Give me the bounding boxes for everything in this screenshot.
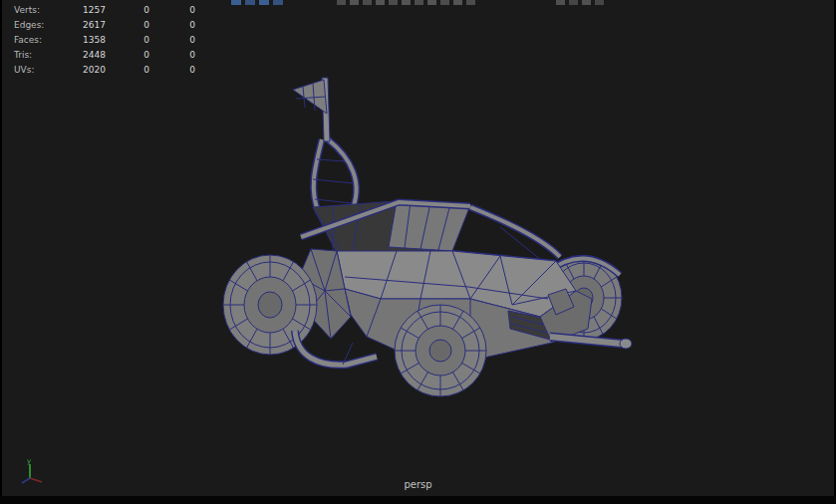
- hud-row-edges: Edges: 2617 0 0: [14, 18, 195, 33]
- hud-label: Tris:: [14, 48, 76, 63]
- hud-value-col2: 0: [106, 63, 149, 78]
- flag: [293, 78, 330, 141]
- hud-value-total: 2020: [76, 63, 106, 78]
- hud-value-col2: 0: [106, 3, 149, 18]
- toolbar-icon-fragment[interactable]: [376, 0, 385, 5]
- hud-value-col2: 0: [106, 48, 149, 63]
- toolbar-icon-fragment[interactable]: [231, 0, 241, 5]
- toolbar-icon-fragment[interactable]: [389, 0, 398, 5]
- hud-value-col2: 0: [106, 33, 149, 48]
- wireframe-model-buggy[interactable]: [223, 78, 632, 396]
- toolbar-icon-fragment[interactable]: [337, 0, 346, 5]
- hud-label: Verts:: [14, 3, 76, 18]
- hud-value-col3: 0: [149, 33, 195, 48]
- toolbar-icon-fragment[interactable]: [415, 0, 423, 5]
- antenna-loop: [313, 139, 357, 213]
- hud-label: Faces:: [14, 33, 76, 48]
- toolbar-icon-fragment[interactable]: [273, 0, 283, 5]
- toolbar-icon-fragment[interactable]: [556, 0, 565, 5]
- hud-row-verts: Verts: 1257 0 0: [14, 3, 195, 18]
- hud-value-total: 1257: [76, 3, 106, 18]
- hud-row-tris: Tris: 2448 0 0: [14, 48, 195, 63]
- toolbar-icon-fragment[interactable]: [363, 0, 372, 5]
- toolbar-icon-fragment[interactable]: [595, 0, 604, 5]
- hud-value-total: 2448: [76, 48, 106, 63]
- hud-row-faces: Faces: 1358 0 0: [14, 33, 195, 48]
- toolbar-icon-fragment[interactable]: [259, 0, 269, 5]
- hud-value-total: 2617: [76, 18, 106, 33]
- wheel-front: [395, 305, 486, 396]
- hud-value-col3: 0: [149, 48, 195, 63]
- hud-value-col3: 0: [149, 63, 195, 78]
- poly-count-hud: Verts: 1257 0 0 Edges: 2617 0 0 Faces: 1…: [14, 3, 195, 78]
- hud-row-uvs: UVs: 2020 0 0: [14, 63, 195, 78]
- hud-value-total: 1358: [76, 33, 106, 48]
- window-bottom-edge: [0, 496, 836, 504]
- hud-value-col3: 0: [149, 3, 195, 18]
- y-axis-label: y: [27, 457, 31, 465]
- toolbar-icon-fragment[interactable]: [440, 0, 449, 5]
- hud-label: UVs:: [14, 63, 76, 78]
- toolbar-icon-fragment[interactable]: [453, 0, 462, 5]
- toolbar-icon-fragment[interactable]: [427, 0, 436, 5]
- wheel-rear-left: [223, 255, 317, 355]
- hud-value-col2: 0: [106, 18, 149, 33]
- hud-value-col3: 0: [149, 18, 195, 33]
- toolbar-icon-fragment[interactable]: [466, 0, 475, 5]
- camera-name-label: persp: [2, 479, 834, 490]
- exhaust-bar: [550, 337, 632, 349]
- hud-label: Edges:: [14, 18, 76, 33]
- toolbar-icon-fragment[interactable]: [402, 0, 411, 5]
- toolbar-icon-fragment[interactable]: [569, 0, 578, 5]
- toolbar-icon-fragment[interactable]: [245, 0, 255, 5]
- perspective-viewport[interactable]: Verts: 1257 0 0 Edges: 2617 0 0 Faces: 1…: [2, 0, 834, 496]
- toolbar-icon-fragment[interactable]: [582, 0, 591, 5]
- toolbar-icon-fragment[interactable]: [350, 0, 359, 5]
